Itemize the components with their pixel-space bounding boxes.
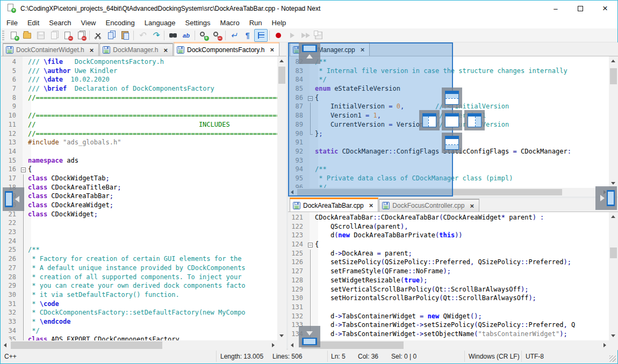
maximize-button[interactable] xyxy=(568,1,593,17)
menu-item-edit[interactable]: Edit xyxy=(23,18,44,28)
scroll-right-icon[interactable] xyxy=(603,343,606,347)
toolbar-button-new-file[interactable]: + xyxy=(7,29,20,42)
menu-item-view[interactable]: View xyxy=(76,18,101,28)
code-line: //======================================… xyxy=(28,94,277,103)
toolbar-button-find[interactable] xyxy=(166,29,179,42)
menu-item-help[interactable]: Help xyxy=(267,18,291,28)
tab-close-icon[interactable]: × xyxy=(89,46,95,54)
fold-margin xyxy=(19,112,28,121)
scroll-left-icon[interactable] xyxy=(4,343,6,347)
fold-line xyxy=(310,267,311,276)
v-scrollbar-top-right[interactable] xyxy=(609,56,618,188)
line-number: 4 xyxy=(1,58,19,67)
toolbar-button-paste[interactable] xyxy=(118,29,132,42)
code-row: 25/** xyxy=(1,246,277,255)
status-encoding[interactable]: UTF-8 xyxy=(526,353,544,360)
menu-item-run[interactable]: Run xyxy=(245,18,267,28)
toolbar-button-close-file[interactable]: − xyxy=(61,29,74,42)
fold-collapse-icon[interactable] xyxy=(21,168,26,172)
toolbar-grip[interactable] xyxy=(2,31,4,40)
code-line: class ADS_EXPORT CDockComponentsFactory xyxy=(28,336,179,340)
menu-item-search[interactable]: Search xyxy=(44,18,76,28)
dock-left-indicator-icon[interactable] xyxy=(419,110,440,130)
tab-close-icon[interactable]: × xyxy=(269,46,275,54)
scrollbar-thumb[interactable] xyxy=(610,247,617,258)
fold-margin xyxy=(19,318,28,327)
minimize-button[interactable]: − xyxy=(543,1,568,17)
editor-left[interactable]: 4/// \file DockComponentsFactory.h5/// \… xyxy=(1,56,277,340)
menu-item-settings[interactable]: Settings xyxy=(181,18,215,28)
fold-margin xyxy=(306,231,315,241)
scroll-up-icon[interactable] xyxy=(611,215,615,218)
editor-bottom-right[interactable]: 121CDockAreaTabBar::CDockAreaTabBar(CDoc… xyxy=(288,212,609,340)
tab-dockmanager-h[interactable]: DockManager.h× xyxy=(99,43,173,56)
toolbar-button-cut[interactable] xyxy=(91,29,105,42)
tab-close-icon[interactable]: × xyxy=(368,201,375,209)
status-eol[interactable]: Windows (CR LF) xyxy=(469,353,520,360)
scroll-down-icon[interactable] xyxy=(611,182,615,185)
dock-center-indicator-icon[interactable] xyxy=(442,110,462,130)
fold-line xyxy=(23,255,24,264)
dock-edge-bottom-indicator-icon[interactable] xyxy=(299,326,320,347)
code-row: 33 * \endcode xyxy=(1,318,277,327)
toolbar-button-copy[interactable] xyxy=(105,29,118,42)
scrollbar-thumb[interactable] xyxy=(11,341,162,349)
line-number: 13 xyxy=(1,139,19,148)
code-row: 28 * creation of all supported component… xyxy=(1,273,277,282)
scroll-right-icon[interactable] xyxy=(272,343,275,347)
toolbar-button-undo[interactable]: ↶ xyxy=(135,29,149,42)
h-scrollbar-bottom-right[interactable] xyxy=(288,340,609,350)
scroll-up-icon[interactable] xyxy=(611,60,615,62)
scroll-down-icon[interactable] xyxy=(279,334,284,337)
toolbar-button-open-file[interactable] xyxy=(20,29,34,42)
tab-close-icon[interactable]: × xyxy=(162,46,169,54)
toolbar-button-replace[interactable]: ab xyxy=(179,29,193,42)
tab-dockareatabbar-cpp[interactable]: DockAreaTabBar.cpp× xyxy=(290,198,378,212)
tab-close-icon[interactable]: × xyxy=(469,202,475,210)
toolbar-button-zoom-in[interactable]: + xyxy=(197,29,210,42)
scrollbar-thumb[interactable] xyxy=(610,68,617,84)
toolbar-button-word-wrap[interactable]: ↵ xyxy=(227,29,241,42)
scroll-left-icon[interactable] xyxy=(291,343,293,347)
dock-top-indicator-icon[interactable] xyxy=(442,88,462,108)
scrollbar-thumb[interactable] xyxy=(278,67,285,84)
fold-margin xyxy=(19,237,28,246)
toolbar-button-macro-save[interactable] xyxy=(312,29,325,42)
toolbar-button-save-file[interactable] xyxy=(34,29,47,42)
menu-item-macro[interactable]: Macro xyxy=(215,18,245,28)
toolbar-button-show-all-characters[interactable]: ¶ xyxy=(241,29,254,42)
dock-edge-top-indicator-icon[interactable] xyxy=(299,42,320,64)
menu-item-encoding[interactable]: Encoding xyxy=(101,18,140,28)
code-row: 123 d(new DockAreaTabBarPrivate(this)) xyxy=(288,231,609,241)
resize-grip[interactable] xyxy=(609,355,616,362)
tab-dockcontainerwidget-h[interactable]: DockContainerWidget.h× xyxy=(3,43,99,56)
scroll-down-icon[interactable] xyxy=(611,334,615,337)
toolbar-button-zoom-out[interactable]: − xyxy=(210,29,224,42)
status-language[interactable]: C++ xyxy=(4,353,17,360)
find-icon xyxy=(168,30,178,41)
toolbar-button-close-all[interactable]: − xyxy=(74,29,88,42)
dock-right-indicator-icon[interactable] xyxy=(464,110,485,130)
v-scrollbar-bottom-right[interactable] xyxy=(609,212,618,340)
fold-collapse-icon[interactable] xyxy=(308,243,313,247)
toolbar-button-macro-record[interactable] xyxy=(271,29,285,42)
close-button[interactable]: × xyxy=(593,1,617,17)
tab-dockfocuscontroller-cpp[interactable]: DockFocusController.cpp× xyxy=(379,199,479,212)
dock-bottom-indicator-icon[interactable] xyxy=(442,133,462,153)
toolbar-button-macro-play[interactable] xyxy=(285,29,298,42)
toolbar-button-redo[interactable]: ↷ xyxy=(149,29,162,42)
scroll-up-icon[interactable] xyxy=(279,60,284,62)
dock-edge-left-indicator-icon[interactable] xyxy=(3,187,24,211)
title-bar[interactable]: + C:\CodingXP\cetoni_projects_64bit\QtAd… xyxy=(1,1,617,17)
toolbar-button-indent-guide[interactable] xyxy=(254,29,268,42)
toolbar-button-save-all[interactable] xyxy=(47,29,61,42)
dock-edge-right-indicator-icon[interactable] xyxy=(595,186,617,210)
save-icon xyxy=(103,46,110,54)
menu-item-file[interactable]: File xyxy=(2,18,23,28)
h-scrollbar-left[interactable] xyxy=(1,340,277,350)
toolbar-button-macro-run-multiple[interactable] xyxy=(298,29,312,42)
code-line: { xyxy=(28,165,32,174)
menu-item-language[interactable]: Language xyxy=(140,18,181,28)
v-scrollbar-left[interactable] xyxy=(277,56,286,340)
tab-dockcomponentsfactory-h[interactable]: DockComponentsFactory.h× xyxy=(174,42,279,56)
